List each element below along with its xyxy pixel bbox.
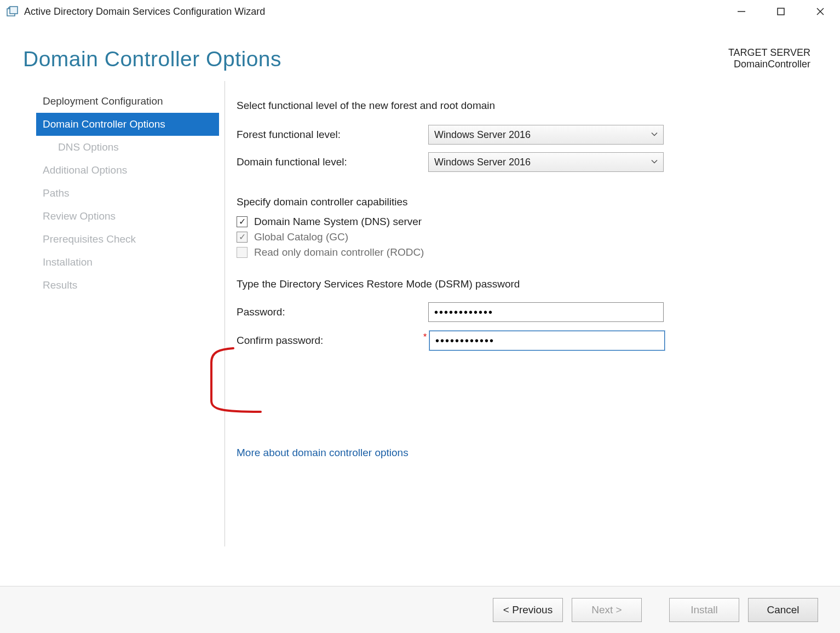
target-server-name: DomainController	[728, 59, 810, 70]
capability-gc-checkbox	[237, 232, 248, 243]
svg-rect-4	[778, 8, 784, 15]
svg-rect-1	[10, 7, 18, 14]
domain-level-row: Domain functional level: Windows Server …	[237, 152, 807, 172]
window-controls	[722, 0, 840, 23]
minimize-button[interactable]	[722, 0, 761, 23]
target-server-block: TARGET SERVER DomainController	[728, 47, 810, 70]
sidebar-item-review-options: Review Options	[36, 205, 219, 228]
functional-level-heading: Select functional level of the new fores…	[237, 100, 807, 112]
capability-rodc-row: Read only domain controller (RODC)	[237, 246, 807, 258]
domain-level-select[interactable]: Windows Server 2016	[428, 152, 664, 172]
forest-level-row: Forest functional level: Windows Server …	[237, 125, 807, 145]
target-server-label: TARGET SERVER	[728, 47, 810, 59]
header: Domain Controller Options TARGET SERVER …	[0, 23, 840, 77]
more-about-link[interactable]: More about domain controller options	[237, 447, 409, 459]
wizard-window: Active Directory Domain Services Configu…	[0, 0, 840, 633]
domain-level-label: Domain functional level:	[237, 156, 428, 168]
window-title: Active Directory Domain Services Configu…	[24, 6, 265, 18]
capability-dns-label: Domain Name System (DNS) server	[254, 216, 422, 228]
forest-level-value: Windows Server 2016	[434, 129, 531, 141]
password-input[interactable]	[428, 302, 664, 322]
hand-annotation	[200, 347, 463, 418]
confirm-password-label: Confirm password:	[237, 335, 428, 347]
main-content: Select functional level of the new fores…	[219, 90, 840, 586]
next-button[interactable]: Next >	[572, 598, 642, 622]
confirm-password-row: Confirm password: *	[237, 331, 807, 350]
titlebar: Active Directory Domain Services Configu…	[0, 0, 840, 23]
page-title: Domain Controller Options	[23, 47, 281, 71]
sidebar-item-paths: Paths	[36, 182, 219, 205]
capability-dns-checkbox[interactable]	[237, 216, 248, 227]
capabilities-heading: Specify domain controller capabilities	[237, 196, 807, 208]
cancel-button[interactable]: Cancel	[748, 598, 818, 622]
sidebar-item-dns-options: DNS Options	[36, 136, 219, 159]
capability-gc-row: Global Catalog (GC)	[237, 231, 807, 243]
sidebar-item-prerequisites-check: Prerequisites Check	[36, 228, 219, 251]
install-button: Install	[669, 598, 739, 622]
close-button[interactable]	[801, 0, 840, 23]
password-label: Password:	[237, 306, 428, 318]
svg-marker-2	[8, 7, 9, 8]
app-icon	[7, 5, 19, 18]
sidebar-item-installation: Installation	[36, 251, 219, 274]
sidebar-item-results: Results	[36, 274, 219, 297]
chevron-down-icon	[651, 129, 658, 141]
capability-gc-label: Global Catalog (GC)	[254, 231, 348, 243]
previous-button[interactable]: < Previous	[493, 598, 563, 622]
password-row: Password:	[237, 302, 807, 322]
forest-level-select[interactable]: Windows Server 2016	[428, 125, 664, 145]
confirm-password-input[interactable]	[429, 331, 665, 350]
sidebar-item-deployment-configuration[interactable]: Deployment Configuration	[36, 90, 219, 113]
footer: < Previous Next > Install Cancel	[0, 586, 840, 633]
capability-dns-row: Domain Name System (DNS) server	[237, 216, 807, 228]
dsrm-heading: Type the Directory Services Restore Mode…	[237, 278, 807, 290]
domain-level-value: Windows Server 2016	[434, 157, 531, 168]
chevron-down-icon	[651, 157, 658, 168]
capability-rodc-checkbox	[237, 247, 248, 258]
forest-level-label: Forest functional level:	[237, 129, 428, 141]
sidebar-item-additional-options: Additional Options	[36, 159, 219, 182]
sidebar: Deployment Configuration Domain Controll…	[0, 90, 219, 586]
capability-rodc-label: Read only domain controller (RODC)	[254, 246, 424, 258]
body: Deployment Configuration Domain Controll…	[0, 77, 840, 586]
maximize-button[interactable]	[761, 0, 801, 23]
sidebar-item-domain-controller-options[interactable]: Domain Controller Options	[36, 113, 219, 136]
